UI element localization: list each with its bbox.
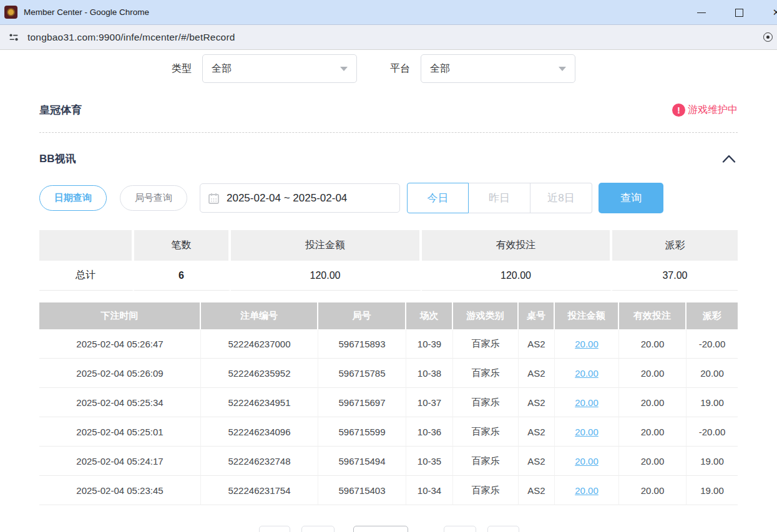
summary-header-valid-bet: 有效投注: [422, 230, 612, 261]
cell-game-type: 百家乐: [453, 417, 519, 447]
target-icon[interactable]: [763, 32, 773, 42]
cell-round-no: 596715599: [318, 417, 406, 447]
last-8-days-button[interactable]: 近8日: [530, 183, 592, 213]
collapse-section-button[interactable]: [720, 153, 738, 165]
cell-round-no: 596715893: [318, 329, 406, 359]
bet-amount-link[interactable]: 20.00: [575, 485, 599, 496]
address-bar: tongbao31.com:9900/infe/mcenter/#/betRec…: [0, 25, 777, 50]
query-toolbar: 日期查询 局号查询 2025-02-04 ~ 2025-02-04 今日: [39, 183, 738, 213]
platform-select[interactable]: 全部: [421, 54, 575, 83]
close-icon: ✕: [773, 7, 777, 18]
cell-round-no: 596715785: [318, 359, 406, 388]
round-query-tab[interactable]: 局号查询: [120, 185, 187, 211]
summary-total-row: 总计 6 120.00 120.00 37.00: [39, 261, 738, 291]
summary-payout-value: 37.00: [612, 261, 738, 291]
cell-order-no: 522246234951: [201, 388, 318, 417]
bet-amount-link[interactable]: 20.00: [575, 427, 599, 437]
yesterday-button[interactable]: 昨日: [469, 183, 530, 213]
cell-order-no: 522246235952: [201, 359, 318, 388]
summary-header-payout: 派彩: [612, 230, 738, 261]
cell-round-no: 596715403: [318, 476, 406, 505]
crown-sports-section-header: 皇冠体育 ! 游戏维护中: [39, 103, 738, 117]
cell-valid-bet: 20.00: [619, 388, 687, 417]
maximize-button[interactable]: [725, 0, 753, 25]
bb-video-title: BB视讯: [39, 152, 76, 166]
cell-session: 10-35: [406, 447, 453, 476]
summary-count-value: 6: [134, 261, 231, 291]
url-field[interactable]: tongbao31.com:9900/infe/mcenter/#/betRec…: [27, 32, 235, 43]
cell-payout: -20.00: [687, 329, 738, 359]
pagination-page-button[interactable]: [301, 526, 335, 532]
pagination: [39, 526, 738, 532]
cell-session: 10-37: [406, 388, 453, 417]
cell-payout: 19.00: [687, 476, 738, 505]
cell-table-no: AS2: [519, 329, 555, 359]
pagination-prev-button[interactable]: [259, 526, 290, 532]
site-favicon-icon: [4, 6, 17, 19]
summary-table: 笔数 投注金额 有效投注 派彩 总计 6 120.00 120.00 37.00: [39, 230, 738, 291]
target-dot-icon: [766, 36, 770, 39]
cell-payout: -20.00: [687, 417, 738, 447]
cell-game-type: 百家乐: [453, 447, 519, 476]
cell-session: 10-36: [406, 417, 453, 447]
pagination-size-select[interactable]: [353, 526, 408, 532]
calendar-icon: [208, 193, 219, 204]
cell-bet-time: 2025-02-04 05:26:47: [39, 329, 201, 359]
type-label: 类型: [172, 62, 192, 75]
cell-game-type: 百家乐: [453, 388, 519, 417]
quick-range-group: 今日 昨日 近8日: [407, 183, 592, 213]
bet-row: 2025-02-04 05:25:01 522246234096 5967155…: [39, 417, 738, 447]
bet-amount-link[interactable]: 20.00: [575, 339, 599, 349]
type-select[interactable]: 全部: [202, 54, 357, 83]
bet-amount-link[interactable]: 20.00: [575, 368, 599, 379]
header-round-no: 局号: [318, 302, 406, 329]
platform-select-value: 全部: [430, 62, 450, 75]
today-button[interactable]: 今日: [407, 183, 469, 213]
minimize-button[interactable]: [688, 0, 715, 25]
cell-table-no: AS2: [519, 476, 555, 505]
cell-table-no: AS2: [519, 359, 555, 388]
bet-amount-link[interactable]: 20.00: [575, 456, 599, 467]
pagination-next-button[interactable]: [444, 526, 476, 532]
bb-video-section-header: BB视讯: [39, 152, 738, 166]
date-range-picker[interactable]: 2025-02-04 ~ 2025-02-04: [200, 183, 400, 213]
minimize-icon: [697, 12, 706, 13]
maintenance-badge: ! 游戏维护中: [672, 104, 738, 117]
pagination-jump-button[interactable]: [487, 526, 519, 532]
cell-session: 10-38: [406, 359, 453, 388]
bet-row: 2025-02-04 05:26:47 522246237000 5967158…: [39, 329, 738, 359]
cell-game-type: 百家乐: [453, 359, 519, 388]
cell-order-no: 522246237000: [201, 329, 318, 359]
browser-window: Member Center - Google Chrome ✕ tongbao3…: [0, 0, 777, 532]
platform-label: 平台: [390, 62, 410, 75]
date-query-tab[interactable]: 日期查询: [39, 185, 107, 211]
close-button[interactable]: ✕: [763, 0, 777, 25]
maximize-icon: [735, 9, 743, 17]
bet-amount-link[interactable]: 20.00: [575, 397, 599, 408]
header-bet-time: 下注时间: [39, 302, 201, 329]
header-table-no: 桌号: [519, 302, 555, 329]
cell-round-no: 596715697: [318, 388, 406, 417]
summary-total-label: 总计: [39, 261, 134, 291]
summary-header-blank: [39, 230, 134, 261]
header-session: 场次: [406, 302, 453, 329]
summary-header-count: 笔数: [134, 230, 231, 261]
casino-chip-icon: [7, 8, 15, 16]
cell-table-no: AS2: [519, 417, 555, 447]
bet-records-table: 下注时间 注单编号 局号 场次 游戏类别 桌号 投注金额 有效投注 派彩 202…: [39, 302, 738, 505]
titlebar: Member Center - Google Chrome ✕: [0, 0, 777, 25]
search-button[interactable]: 查询: [599, 183, 663, 213]
site-settings-icon[interactable]: [7, 31, 20, 44]
cell-game-type: 百家乐: [453, 476, 519, 505]
header-bet-amount: 投注金额: [555, 302, 619, 329]
type-select-value: 全部: [212, 62, 232, 75]
page-content: 类型 全部 平台 全部 皇冠体育 ! 游戏维护中 BB视讯: [0, 50, 777, 532]
chevron-down-icon: [340, 67, 348, 71]
cell-bet-time: 2025-02-04 05:23:45: [39, 476, 201, 505]
chevron-up-icon: [721, 154, 736, 163]
window-title: Member Center - Google Chrome: [24, 7, 149, 17]
cell-table-no: AS2: [519, 388, 555, 417]
cell-table-no: AS2: [519, 447, 555, 476]
bet-row: 2025-02-04 05:25:34 522246234951 5967156…: [39, 388, 738, 417]
bet-row: 2025-02-04 05:24:17 522246232748 5967154…: [39, 447, 738, 476]
